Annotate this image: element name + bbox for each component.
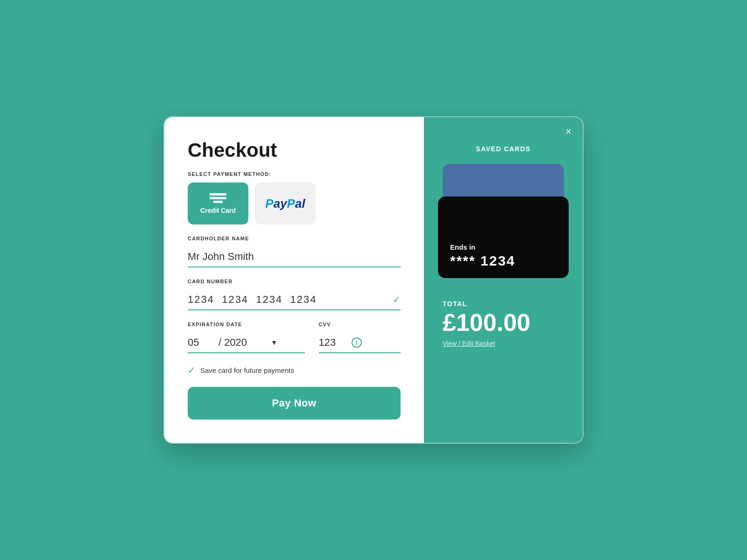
total-label: TOTAL [443, 300, 564, 308]
payment-methods-container: Credit Card PayPal [188, 182, 401, 224]
save-card-check-icon[interactable]: ✓ [188, 364, 196, 376]
paypal-icon: PayPal [265, 196, 305, 211]
save-card-row: ✓ Save card for future payments [188, 364, 401, 376]
cardholder-name-label: CARDHOLDER NAME [188, 236, 401, 241]
cvv-input[interactable] [319, 336, 352, 349]
expiration-dropdown-icon[interactable]: ▼ [271, 339, 277, 346]
card-valid-check-icon: ✓ [393, 294, 401, 305]
cvv-input-row: i [319, 333, 401, 353]
credit-card-button[interactable]: Credit Card [188, 182, 248, 224]
close-button[interactable]: × [565, 126, 571, 137]
total-section: TOTAL £100.00 View / Edit Basket [438, 300, 569, 348]
paypal-button[interactable]: PayPal [255, 182, 316, 224]
cardholder-name-input[interactable] [188, 247, 401, 267]
card-number-row: ✓ [188, 290, 401, 310]
right-panel: × SAVED CARDS Ends in **** 1234 TOTAL £1… [424, 117, 583, 443]
icon-bar-1 [210, 193, 226, 196]
icon-bar-2 [210, 197, 226, 199]
expiration-date-group: EXPIRATION DATE / ▼ [188, 322, 305, 353]
save-card-label: Save card for future payments [200, 366, 294, 374]
expiration-year-input[interactable] [224, 336, 266, 349]
card-number-group: CARD NUMBER ✓ [188, 279, 401, 310]
cards-stack: Ends in **** 1234 [438, 164, 569, 285]
credit-card-label: Credit Card [200, 207, 236, 214]
payment-method-section: SELECT PAYMENT METHOD: Credit Card PayPa… [188, 171, 401, 224]
date-cvv-row: EXPIRATION DATE / ▼ CVV i [188, 322, 401, 353]
date-input-row: / ▼ [188, 333, 305, 353]
card-front[interactable]: Ends in **** 1234 [438, 196, 569, 278]
checkout-modal: Checkout SELECT PAYMENT METHOD: Credit C… [163, 116, 584, 444]
page-title: Checkout [188, 140, 401, 160]
card-ends-label: Ends in [450, 243, 557, 251]
total-amount: £100.00 [443, 310, 564, 335]
cvv-label: CVV [319, 322, 401, 327]
credit-card-icon [210, 193, 226, 203]
date-separator: / [218, 336, 221, 349]
cvv-group: CVV i [319, 322, 401, 353]
pay-now-button[interactable]: Pay Now [188, 387, 401, 420]
cvv-info-icon[interactable]: i [352, 337, 362, 348]
cardholder-name-group: CARDHOLDER NAME [188, 236, 401, 267]
card-number-input[interactable] [188, 294, 393, 306]
saved-cards-title: SAVED CARDS [476, 145, 530, 153]
left-panel: Checkout SELECT PAYMENT METHOD: Credit C… [164, 117, 424, 443]
icon-bar-3 [213, 201, 223, 203]
expiration-label: EXPIRATION DATE [188, 322, 305, 327]
card-masked-number: **** 1234 [450, 253, 557, 269]
card-number-label: CARD NUMBER [188, 279, 401, 284]
expiration-month-input[interactable] [188, 336, 216, 349]
payment-method-label: SELECT PAYMENT METHOD: [188, 171, 401, 177]
view-edit-basket-link[interactable]: View / Edit Basket [443, 340, 495, 347]
